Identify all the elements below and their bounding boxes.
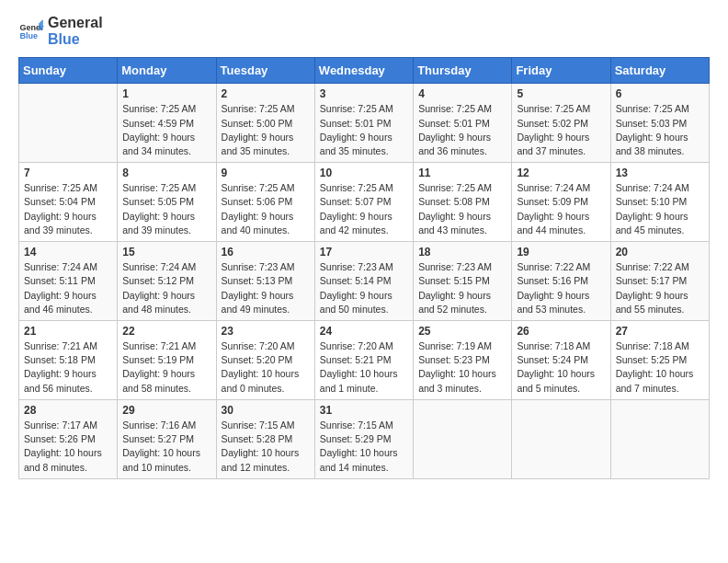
calendar-day-cell: 6Sunrise: 7:25 AMSunset: 5:03 PMDaylight… bbox=[610, 84, 709, 163]
day-info: Sunrise: 7:25 AMSunset: 5:01 PMDaylight:… bbox=[320, 102, 408, 158]
day-number: 6 bbox=[616, 87, 704, 100]
day-number: 25 bbox=[418, 325, 506, 338]
calendar-table: SundayMondayTuesdayWednesdayThursdayFrid… bbox=[18, 57, 710, 478]
day-number: 27 bbox=[616, 325, 704, 338]
day-number: 26 bbox=[517, 325, 605, 338]
day-number: 4 bbox=[418, 87, 506, 100]
day-number: 28 bbox=[24, 404, 112, 417]
calendar-day-cell: 4Sunrise: 7:25 AMSunset: 5:01 PMDaylight… bbox=[414, 84, 512, 163]
header: General Blue General Blue bbox=[18, 15, 710, 48]
calendar-day-cell: 27Sunrise: 7:18 AMSunset: 5:25 PMDayligh… bbox=[610, 321, 709, 400]
calendar-day-cell: 13Sunrise: 7:24 AMSunset: 5:10 PMDayligh… bbox=[610, 163, 709, 242]
calendar-day-cell: 23Sunrise: 7:20 AMSunset: 5:20 PMDayligh… bbox=[216, 321, 314, 400]
day-number: 2 bbox=[222, 87, 310, 100]
day-number: 30 bbox=[222, 404, 310, 417]
day-number: 15 bbox=[122, 246, 210, 259]
day-number: 13 bbox=[616, 167, 704, 179]
day-number: 23 bbox=[222, 325, 310, 338]
calendar-day-cell: 10Sunrise: 7:25 AMSunset: 5:07 PMDayligh… bbox=[314, 163, 413, 242]
day-number: 18 bbox=[418, 246, 506, 259]
day-number: 29 bbox=[122, 404, 210, 417]
logo: General Blue General Blue bbox=[18, 15, 103, 48]
calendar-day-cell: 30Sunrise: 7:15 AMSunset: 5:28 PMDayligh… bbox=[216, 399, 314, 478]
day-number: 24 bbox=[320, 325, 408, 338]
calendar-day-cell: 29Sunrise: 7:16 AMSunset: 5:27 PMDayligh… bbox=[118, 399, 216, 478]
day-info: Sunrise: 7:24 AMSunset: 5:12 PMDaylight:… bbox=[122, 260, 210, 316]
day-info: Sunrise: 7:16 AMSunset: 5:27 PMDaylight:… bbox=[122, 419, 210, 475]
day-info: Sunrise: 7:25 AMSunset: 5:06 PMDaylight:… bbox=[222, 181, 310, 237]
day-of-week-header: Saturday bbox=[610, 58, 709, 84]
day-info: Sunrise: 7:15 AMSunset: 5:29 PMDaylight:… bbox=[320, 419, 408, 475]
day-info: Sunrise: 7:25 AMSunset: 5:07 PMDaylight:… bbox=[320, 181, 408, 237]
day-number: 1 bbox=[122, 87, 210, 100]
calendar-day-cell bbox=[610, 399, 709, 478]
day-info: Sunrise: 7:15 AMSunset: 5:28 PMDaylight:… bbox=[222, 419, 310, 475]
calendar-day-cell: 16Sunrise: 7:23 AMSunset: 5:13 PMDayligh… bbox=[216, 242, 314, 321]
day-info: Sunrise: 7:23 AMSunset: 5:15 PMDaylight:… bbox=[418, 260, 506, 316]
day-number: 16 bbox=[222, 246, 310, 259]
calendar-day-cell: 31Sunrise: 7:15 AMSunset: 5:29 PMDayligh… bbox=[314, 399, 413, 478]
day-info: Sunrise: 7:25 AMSunset: 5:04 PMDaylight:… bbox=[24, 181, 112, 237]
day-number: 31 bbox=[320, 404, 408, 417]
calendar-day-cell: 19Sunrise: 7:22 AMSunset: 5:16 PMDayligh… bbox=[512, 242, 610, 321]
day-of-week-header: Sunday bbox=[19, 58, 118, 84]
day-info: Sunrise: 7:25 AMSunset: 4:59 PMDaylight:… bbox=[122, 102, 210, 158]
calendar-day-cell: 21Sunrise: 7:21 AMSunset: 5:18 PMDayligh… bbox=[19, 321, 118, 400]
calendar-day-cell: 3Sunrise: 7:25 AMSunset: 5:01 PMDaylight… bbox=[314, 84, 413, 163]
calendar-header-row: SundayMondayTuesdayWednesdayThursdayFrid… bbox=[19, 58, 710, 84]
day-info: Sunrise: 7:19 AMSunset: 5:23 PMDaylight:… bbox=[418, 339, 506, 396]
calendar-day-cell: 7Sunrise: 7:25 AMSunset: 5:04 PMDaylight… bbox=[19, 163, 118, 242]
day-number: 22 bbox=[122, 325, 210, 338]
day-number: 21 bbox=[24, 325, 112, 338]
day-info: Sunrise: 7:25 AMSunset: 5:02 PMDaylight:… bbox=[517, 102, 605, 158]
calendar-week-row: 7Sunrise: 7:25 AMSunset: 5:04 PMDaylight… bbox=[19, 163, 710, 242]
calendar-day-cell: 14Sunrise: 7:24 AMSunset: 5:11 PMDayligh… bbox=[19, 242, 118, 321]
day-info: Sunrise: 7:25 AMSunset: 5:05 PMDaylight:… bbox=[122, 181, 210, 237]
day-info: Sunrise: 7:25 AMSunset: 5:00 PMDaylight:… bbox=[222, 102, 310, 158]
day-info: Sunrise: 7:18 AMSunset: 5:25 PMDaylight:… bbox=[616, 339, 704, 396]
calendar-day-cell: 25Sunrise: 7:19 AMSunset: 5:23 PMDayligh… bbox=[414, 321, 512, 400]
day-number: 3 bbox=[320, 87, 408, 100]
day-number: 11 bbox=[418, 167, 506, 179]
day-info: Sunrise: 7:22 AMSunset: 5:17 PMDaylight:… bbox=[616, 260, 704, 316]
day-of-week-header: Tuesday bbox=[216, 58, 314, 84]
calendar-day-cell bbox=[414, 399, 512, 478]
day-of-week-header: Monday bbox=[118, 58, 216, 84]
calendar-day-cell: 8Sunrise: 7:25 AMSunset: 5:05 PMDaylight… bbox=[118, 163, 216, 242]
calendar-day-cell: 28Sunrise: 7:17 AMSunset: 5:26 PMDayligh… bbox=[19, 399, 118, 478]
day-info: Sunrise: 7:17 AMSunset: 5:26 PMDaylight:… bbox=[24, 419, 112, 475]
day-info: Sunrise: 7:25 AMSunset: 5:08 PMDaylight:… bbox=[418, 181, 506, 237]
day-number: 9 bbox=[222, 167, 310, 179]
day-info: Sunrise: 7:20 AMSunset: 5:20 PMDaylight:… bbox=[222, 339, 310, 396]
day-number: 12 bbox=[517, 167, 605, 179]
calendar-day-cell: 22Sunrise: 7:21 AMSunset: 5:19 PMDayligh… bbox=[118, 321, 216, 400]
calendar-day-cell: 1Sunrise: 7:25 AMSunset: 4:59 PMDaylight… bbox=[118, 84, 216, 163]
day-info: Sunrise: 7:23 AMSunset: 5:14 PMDaylight:… bbox=[320, 260, 408, 316]
calendar-day-cell: 24Sunrise: 7:20 AMSunset: 5:21 PMDayligh… bbox=[314, 321, 413, 400]
day-info: Sunrise: 7:24 AMSunset: 5:10 PMDaylight:… bbox=[616, 181, 704, 237]
calendar-day-cell: 11Sunrise: 7:25 AMSunset: 5:08 PMDayligh… bbox=[414, 163, 512, 242]
day-info: Sunrise: 7:18 AMSunset: 5:24 PMDaylight:… bbox=[517, 339, 605, 396]
calendar-day-cell: 17Sunrise: 7:23 AMSunset: 5:14 PMDayligh… bbox=[314, 242, 413, 321]
day-of-week-header: Thursday bbox=[414, 58, 512, 84]
day-info: Sunrise: 7:21 AMSunset: 5:18 PMDaylight:… bbox=[24, 339, 112, 396]
svg-text:Blue: Blue bbox=[19, 32, 38, 41]
day-info: Sunrise: 7:20 AMSunset: 5:21 PMDaylight:… bbox=[320, 339, 408, 396]
calendar-week-row: 1Sunrise: 7:25 AMSunset: 4:59 PMDaylight… bbox=[19, 84, 710, 163]
day-info: Sunrise: 7:25 AMSunset: 5:01 PMDaylight:… bbox=[418, 102, 506, 158]
calendar-day-cell: 15Sunrise: 7:24 AMSunset: 5:12 PMDayligh… bbox=[118, 242, 216, 321]
day-info: Sunrise: 7:23 AMSunset: 5:13 PMDaylight:… bbox=[222, 260, 310, 316]
logo-text-blue: Blue bbox=[48, 31, 80, 47]
calendar-day-cell bbox=[512, 399, 610, 478]
day-info: Sunrise: 7:24 AMSunset: 5:09 PMDaylight:… bbox=[517, 181, 605, 237]
day-info: Sunrise: 7:25 AMSunset: 5:03 PMDaylight:… bbox=[616, 102, 704, 158]
calendar-week-row: 14Sunrise: 7:24 AMSunset: 5:11 PMDayligh… bbox=[19, 242, 710, 321]
day-number: 7 bbox=[24, 167, 112, 179]
day-number: 8 bbox=[122, 167, 210, 179]
day-number: 17 bbox=[320, 246, 408, 259]
day-number: 5 bbox=[517, 87, 605, 100]
calendar-day-cell: 9Sunrise: 7:25 AMSunset: 5:06 PMDaylight… bbox=[216, 163, 314, 242]
calendar-day-cell: 5Sunrise: 7:25 AMSunset: 5:02 PMDaylight… bbox=[512, 84, 610, 163]
day-info: Sunrise: 7:24 AMSunset: 5:11 PMDaylight:… bbox=[24, 260, 112, 316]
calendar-day-cell: 12Sunrise: 7:24 AMSunset: 5:09 PMDayligh… bbox=[512, 163, 610, 242]
